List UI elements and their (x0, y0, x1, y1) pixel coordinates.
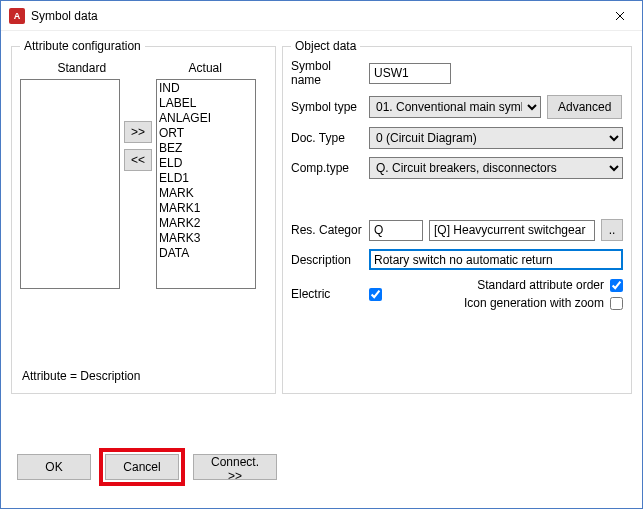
doc-type-select[interactable]: 0 (Circuit Diagram) (369, 127, 623, 149)
icon-gen-label: Icon generation with zoom (464, 296, 604, 310)
symbol-type-select[interactable]: 01. Conventional main symbol (369, 96, 541, 118)
standard-listbox[interactable] (20, 79, 120, 289)
close-icon (615, 11, 625, 21)
symbol-type-label: Symbol type (291, 100, 363, 114)
actual-header: Actual (144, 59, 268, 79)
res-category-browse-button[interactable]: .. (601, 219, 623, 241)
object-data-group: Object data Symbol name Symbol type 01. … (282, 39, 632, 394)
cancel-highlight: Cancel (99, 448, 185, 486)
list-item[interactable]: ORT (159, 126, 253, 141)
list-item[interactable]: ELD1 (159, 171, 253, 186)
res-category-label: Res. Categor (291, 223, 363, 237)
app-icon: A (9, 8, 25, 24)
std-attr-order-checkbox[interactable] (610, 279, 623, 292)
connect-button[interactable]: Connect. >> (193, 454, 277, 480)
window-title: Symbol data (31, 9, 597, 23)
attribute-config-legend: Attribute configuration (20, 39, 145, 53)
list-item[interactable]: LABEL (159, 96, 253, 111)
actual-listbox[interactable]: INDLABELANLAGEIORTBEZELDELD1MARKMARK1MAR… (156, 79, 256, 289)
attribute-footer-label: Attribute = Description (22, 369, 140, 383)
list-item[interactable]: MARK2 (159, 216, 253, 231)
titlebar: A Symbol data (1, 1, 642, 31)
move-right-button[interactable]: >> (124, 121, 152, 143)
description-label: Description (291, 253, 363, 267)
list-item[interactable]: ANLAGEI (159, 111, 253, 126)
attribute-config-group: Attribute configuration Standard Actual … (11, 39, 276, 394)
icon-gen-checkbox[interactable] (610, 297, 623, 310)
list-item[interactable]: MARK (159, 186, 253, 201)
doc-type-label: Doc. Type (291, 131, 363, 145)
res-category-desc-input[interactable] (429, 220, 595, 241)
comp-type-label: Comp.type (291, 161, 363, 175)
list-item[interactable]: MARK1 (159, 201, 253, 216)
comp-type-select[interactable]: Q. Circuit breakers, disconnectors (369, 157, 623, 179)
list-item[interactable]: MARK3 (159, 231, 253, 246)
list-item[interactable]: BEZ (159, 141, 253, 156)
advanced-button[interactable]: Advanced (547, 95, 622, 119)
list-item[interactable]: IND (159, 81, 253, 96)
electric-label: Electric (291, 287, 363, 301)
res-category-code-input[interactable] (369, 220, 423, 241)
close-button[interactable] (597, 1, 642, 31)
list-item[interactable]: ELD (159, 156, 253, 171)
description-input[interactable] (369, 249, 623, 270)
button-bar: OK Cancel Connect. >> (17, 448, 277, 486)
move-left-button[interactable]: << (124, 149, 152, 171)
symbol-name-label: Symbol name (291, 59, 363, 87)
symbol-name-input[interactable] (369, 63, 451, 84)
cancel-button[interactable]: Cancel (105, 454, 179, 480)
object-data-legend: Object data (291, 39, 360, 53)
std-attr-order-label: Standard attribute order (477, 278, 604, 292)
standard-header: Standard (20, 59, 144, 79)
ok-button[interactable]: OK (17, 454, 91, 480)
dialog-window: A Symbol data Attribute configuration St… (0, 0, 643, 509)
electric-checkbox[interactable] (369, 288, 382, 301)
list-item[interactable]: DATA (159, 246, 253, 261)
